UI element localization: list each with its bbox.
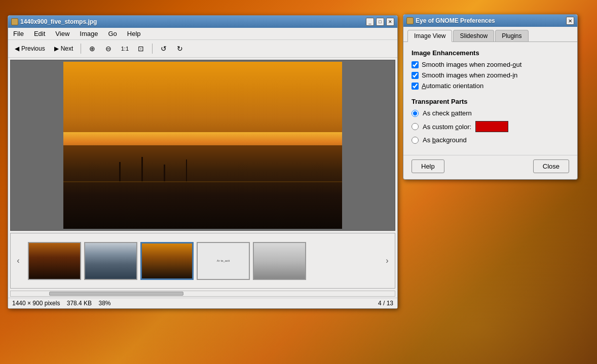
- thumbnail-4[interactable]: Ar te_acit: [197, 242, 250, 280]
- menu-edit[interactable]: Edit: [32, 29, 47, 38]
- image-viewer-window: 1440x900_five_stomps.jpg _ □ ✕ File Edit…: [8, 15, 398, 309]
- prefs-window-icon: [406, 17, 414, 24]
- color-swatch-button[interactable]: [475, 121, 508, 132]
- status-position: 4 / 13: [378, 300, 393, 307]
- previous-icon: ◀: [15, 45, 19, 52]
- image-display: [10, 60, 395, 231]
- tab-image-view[interactable]: Image View: [407, 30, 452, 42]
- horizon-line: [63, 181, 342, 182]
- image-enhancements-title: Image Enhancements: [412, 49, 569, 57]
- zoom-out-button[interactable]: ⊖: [101, 42, 116, 55]
- image-viewer-titlebar: 1440x900_five_stomps.jpg _ □ ✕: [8, 16, 397, 28]
- check-pattern-radio[interactable]: [412, 110, 419, 117]
- zoom-in-icon: ⊕: [89, 45, 95, 53]
- zoom-100-icon: 1:1: [121, 46, 129, 52]
- custom-color-radio[interactable]: [412, 123, 419, 130]
- rotate-cw-icon: ↻: [177, 45, 183, 53]
- zoom-fit-button[interactable]: ⊡: [134, 42, 148, 55]
- smooth-zoomed-in-label: Smooth images when zoomed-in: [422, 71, 517, 79]
- check-pattern-row: As check pattern: [412, 109, 569, 117]
- thumb-image-5: [254, 243, 305, 279]
- thumbnail-5[interactable]: [253, 242, 306, 280]
- menu-file[interactable]: File: [11, 29, 26, 38]
- menu-help[interactable]: Help: [125, 29, 143, 38]
- post-silhouette-1: [119, 162, 121, 182]
- zoom-100-button[interactable]: 1:1: [118, 42, 132, 55]
- previous-button[interactable]: ◀ Previous: [11, 43, 49, 54]
- background-radio[interactable]: [412, 137, 419, 144]
- close-button[interactable]: ✕: [386, 18, 394, 26]
- smooth-zoomed-in-row: Smooth images when zoomed-in: [412, 71, 569, 79]
- zoom-fit-icon: ⊡: [138, 45, 144, 53]
- status-dimensions: 1440 × 900 pixels 378.4 KB 38%: [12, 300, 111, 307]
- menu-image[interactable]: Image: [78, 29, 100, 38]
- smooth-zoomed-in-checkbox[interactable]: [412, 72, 419, 79]
- help-button[interactable]: Help: [412, 159, 444, 173]
- statusbar: 1440 × 900 pixels 378.4 KB 38% 4 / 13: [8, 298, 397, 308]
- custom-color-row: As custom color:: [412, 121, 569, 132]
- thumbnails-container: Ar te_acit: [26, 238, 380, 284]
- prefs-close-titlebar-button[interactable]: ✕: [566, 17, 574, 25]
- smooth-zoomed-out-row: Smooth images when zoomed-out: [412, 61, 569, 68]
- thumb-image-4: Ar te_acit: [198, 243, 249, 279]
- thumb-prev-button[interactable]: ‹: [11, 233, 26, 288]
- preferences-window: Eye of GNOME Preferences ✕ Image View Sl…: [403, 14, 578, 180]
- prefs-buttons: Help Close: [403, 155, 577, 179]
- menu-view[interactable]: View: [53, 29, 71, 38]
- toolbar-sep-2: [152, 44, 153, 54]
- background-label: As background: [423, 136, 467, 144]
- tab-plugins[interactable]: Plugins: [495, 30, 528, 42]
- prefs-content: Image Enhancements Smooth images when zo…: [403, 42, 577, 155]
- window-controls: _ □ ✕: [366, 18, 394, 26]
- post-silhouette-2: [141, 157, 143, 182]
- zoom-in-button[interactable]: ⊕: [85, 42, 99, 55]
- thumbnail-3[interactable]: [140, 242, 194, 280]
- smooth-zoomed-out-checkbox[interactable]: [412, 61, 419, 68]
- post-silhouette-4: [186, 159, 187, 182]
- close-button-prefs[interactable]: Close: [533, 159, 569, 173]
- post-silhouette-3: [164, 165, 165, 182]
- rotate-ccw-icon: ↺: [161, 45, 167, 53]
- spacer-1: [412, 93, 569, 98]
- thumb-next-button[interactable]: ›: [380, 233, 395, 288]
- rotate-cw-button[interactable]: ↻: [173, 42, 187, 55]
- maximize-button[interactable]: □: [376, 18, 384, 26]
- horizontal-scrollbar[interactable]: [10, 291, 395, 297]
- main-image: [63, 62, 342, 229]
- thumbnail-strip: ‹ Ar te_acit ›: [10, 233, 395, 289]
- check-pattern-label: As check pattern: [423, 109, 472, 117]
- thumbnail-2[interactable]: [84, 242, 137, 280]
- auto-orientation-label: Automatic orientation: [422, 82, 483, 90]
- prefs-title: Eye of GNOME Preferences: [416, 17, 495, 24]
- background-row: As background: [412, 136, 569, 144]
- smooth-zoomed-out-label: Smooth images when zoomed-out: [422, 61, 521, 68]
- auto-orientation-checkbox[interactable]: [412, 83, 419, 90]
- scrollbar-thumb[interactable]: [49, 292, 183, 296]
- rotate-ccw-button[interactable]: ↺: [157, 42, 171, 55]
- prefs-titlebar: Eye of GNOME Preferences ✕: [403, 15, 577, 27]
- window-icon: [11, 18, 18, 25]
- toolbar: ◀ Previous ▶ Next ⊕ ⊖ 1:1 ⊡ ↺ ↻: [8, 40, 397, 58]
- thumb-image-1: [29, 243, 80, 279]
- transparent-parts-title: Transparent Parts: [412, 98, 569, 105]
- tab-bar: Image View Slideshow Plugins: [403, 27, 577, 42]
- thumbnail-1[interactable]: [28, 242, 81, 280]
- menu-go[interactable]: Go: [106, 29, 119, 38]
- auto-orientation-row: Automatic orientation: [412, 82, 569, 90]
- tab-slideshow[interactable]: Slideshow: [453, 30, 494, 42]
- water-layer: [63, 145, 342, 229]
- thumb-image-3: [142, 244, 192, 278]
- custom-color-label: As custom color:: [423, 123, 471, 131]
- minimize-button[interactable]: _: [366, 18, 374, 26]
- toolbar-sep-1: [81, 44, 81, 54]
- menubar: File Edit View Image Go Help: [8, 28, 397, 40]
- next-icon: ▶: [54, 45, 59, 52]
- image-viewer-title: 1440x900_five_stomps.jpg: [20, 18, 97, 25]
- next-button[interactable]: ▶ Next: [51, 43, 77, 54]
- thumb-image-2: [85, 243, 136, 279]
- zoom-out-icon: ⊖: [105, 45, 111, 53]
